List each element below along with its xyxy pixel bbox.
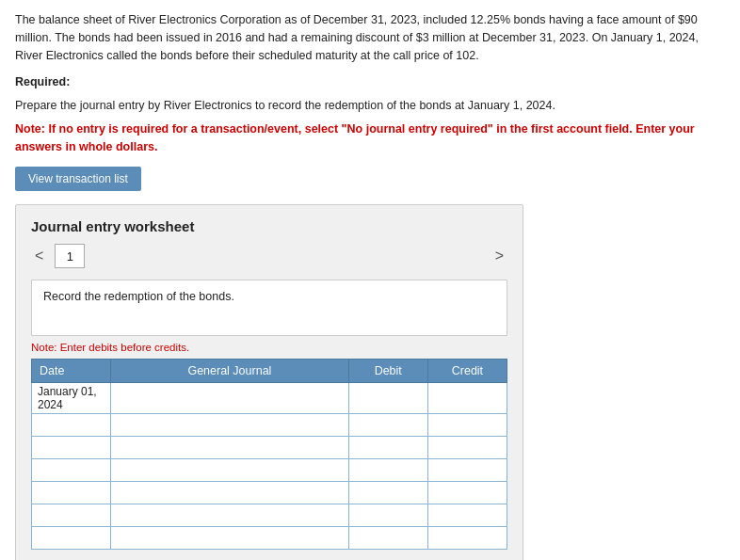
debit-cell-4[interactable] xyxy=(348,459,427,482)
debit-cell-5[interactable] xyxy=(348,482,427,504)
description-text: Record the redemption of the bonds. xyxy=(43,290,234,303)
next-page-button[interactable]: > xyxy=(491,248,507,264)
journal-input-5[interactable] xyxy=(115,487,345,500)
journal-input-4[interactable] xyxy=(115,464,345,477)
nav-left: < 1 xyxy=(31,244,85,268)
credit-input-7[interactable] xyxy=(432,532,503,545)
journal-cell-1[interactable] xyxy=(111,383,349,414)
table-row xyxy=(32,527,507,550)
debit-input-2[interactable] xyxy=(353,419,424,432)
table-row xyxy=(32,437,507,459)
debit-cell-3[interactable] xyxy=(348,437,427,459)
debit-cell-1[interactable] xyxy=(348,383,427,414)
date-cell-2 xyxy=(32,414,111,437)
credit-input-1[interactable] xyxy=(432,392,503,405)
credit-cell-1[interactable] xyxy=(427,383,507,414)
table-row xyxy=(32,482,507,504)
credit-input-3[interactable] xyxy=(432,441,503,455)
journal-cell-5[interactable] xyxy=(111,482,349,504)
worksheet-container: Journal entry worksheet < 1 > Record the… xyxy=(15,204,523,560)
credit-cell-2[interactable] xyxy=(427,414,507,437)
description-box: Record the redemption of the bonds. xyxy=(31,280,507,336)
credit-input-4[interactable] xyxy=(432,464,503,477)
debit-input-3[interactable] xyxy=(353,441,424,455)
debit-cell-6[interactable] xyxy=(348,504,427,527)
credit-cell-3[interactable] xyxy=(427,437,507,459)
date-value-1: January 01, 2024 xyxy=(38,385,97,411)
debit-cell-2[interactable] xyxy=(348,414,427,437)
journal-cell-4[interactable] xyxy=(111,459,349,482)
journal-input-2[interactable] xyxy=(115,419,345,432)
journal-input-3[interactable] xyxy=(115,441,345,455)
debit-cell-7[interactable] xyxy=(348,527,427,550)
prev-page-button[interactable]: < xyxy=(31,248,47,264)
nav-row: < 1 > xyxy=(31,244,507,268)
journal-table: Date General Journal Debit Credit Januar… xyxy=(31,359,507,550)
date-cell-1: January 01, 2024 xyxy=(32,383,111,414)
credit-cell-5[interactable] xyxy=(427,482,507,504)
journal-cell-7[interactable] xyxy=(111,527,349,550)
debit-input-4[interactable] xyxy=(353,464,424,477)
credit-cell-7[interactable] xyxy=(427,527,507,550)
date-cell-5 xyxy=(32,482,111,504)
page-number-box: 1 xyxy=(55,244,85,268)
debit-input-1[interactable] xyxy=(353,392,424,405)
worksheet-title: Journal entry worksheet xyxy=(31,218,507,234)
credit-input-5[interactable] xyxy=(432,487,503,500)
journal-cell-6[interactable] xyxy=(111,504,349,527)
date-cell-4 xyxy=(32,459,111,482)
credit-input-6[interactable] xyxy=(432,509,503,522)
journal-input-7[interactable] xyxy=(115,532,345,545)
table-row xyxy=(32,459,507,482)
col-header-debit: Debit xyxy=(348,360,427,383)
debit-input-6[interactable] xyxy=(353,509,424,522)
col-header-journal: General Journal xyxy=(111,360,349,383)
journal-cell-2[interactable] xyxy=(111,414,349,437)
journal-input-1[interactable] xyxy=(115,392,345,405)
debit-input-7[interactable] xyxy=(353,532,424,545)
journal-cell-3[interactable] xyxy=(111,437,349,459)
credit-cell-6[interactable] xyxy=(427,504,507,527)
date-cell-7 xyxy=(32,527,111,550)
credit-input-2[interactable] xyxy=(432,419,503,432)
col-header-date: Date xyxy=(32,360,111,383)
table-row xyxy=(32,504,507,527)
note-red: Note: If no entry is required for a tran… xyxy=(15,120,725,156)
table-row xyxy=(32,414,507,437)
col-header-credit: Credit xyxy=(427,360,507,383)
credit-cell-4[interactable] xyxy=(427,459,507,482)
table-row: January 01, 2024 xyxy=(32,383,507,414)
debit-input-5[interactable] xyxy=(353,487,424,500)
required-label: Required: xyxy=(15,73,725,91)
prepare-text: Prepare the journal entry by River Elect… xyxy=(15,97,725,115)
date-cell-3 xyxy=(32,437,111,459)
page-number: 1 xyxy=(67,249,73,264)
date-cell-6 xyxy=(32,504,111,527)
intro-paragraph1: The balance sheet of River Electronics C… xyxy=(15,11,725,64)
journal-input-6[interactable] xyxy=(115,509,345,522)
view-transaction-button[interactable]: View transaction list xyxy=(15,167,141,191)
note-debits: Note: Enter debits before credits. xyxy=(31,342,507,353)
